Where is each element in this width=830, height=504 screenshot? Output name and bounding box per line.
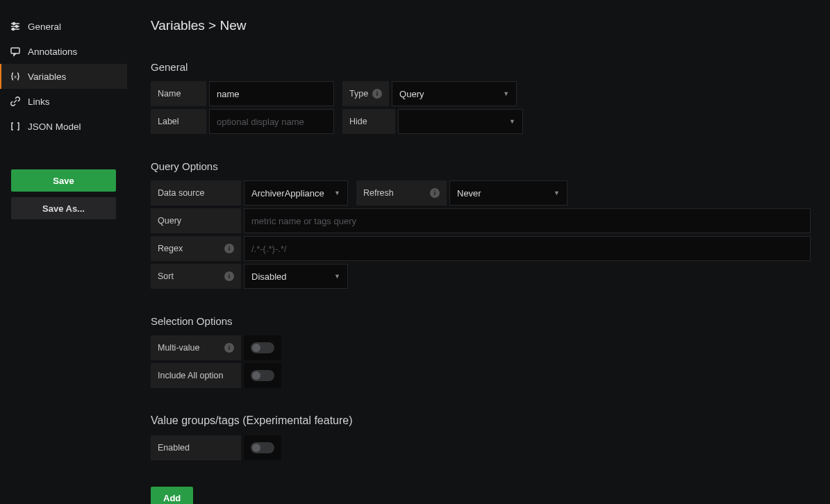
refresh-select[interactable]: Never ▼ — [449, 180, 567, 205]
enabled-toggle[interactable] — [251, 442, 274, 453]
multi-value-toggle[interactable] — [251, 342, 274, 353]
datasource-label: Data source — [151, 180, 241, 205]
save-as-button[interactable]: Save As... — [11, 197, 116, 219]
svg-point-1 — [13, 23, 15, 25]
name-input[interactable] — [209, 81, 334, 106]
sliders-icon — [10, 21, 21, 32]
save-button[interactable]: Save — [11, 169, 116, 192]
caret-down-icon: ▼ — [334, 190, 340, 196]
info-icon[interactable]: i — [372, 89, 382, 99]
sidebar-item-general[interactable]: General — [0, 14, 127, 39]
sidebar-item-label: Variables — [28, 72, 66, 82]
add-button[interactable]: Add — [151, 487, 193, 504]
label-input[interactable] — [209, 109, 334, 134]
query-label: Query — [151, 208, 241, 233]
sidebar-item-annotations[interactable]: Annotations — [0, 39, 127, 64]
page-title: Variables > New — [151, 18, 811, 33]
sidebar-item-label: Annotations — [28, 47, 77, 57]
section-heading-query-options: Query Options — [151, 160, 811, 172]
refresh-label: Refresh i — [356, 180, 447, 205]
general-section: General Name Type i Query ▼ Label Hide — [151, 61, 811, 134]
sidebar-item-label: Links — [28, 96, 50, 107]
sort-label: Sort i — [151, 264, 241, 289]
info-icon[interactable]: i — [430, 188, 440, 198]
sidebar-item-label: General — [28, 22, 61, 32]
regex-input[interactable] — [244, 236, 811, 261]
info-icon[interactable]: i — [224, 244, 234, 253]
sidebar-item-label: JSON Model — [28, 121, 81, 132]
multi-value-label: Multi-value i — [151, 335, 241, 360]
type-select[interactable]: Query ▼ — [392, 81, 517, 106]
settings-sidebar: General Annotations x Variables — [0, 0, 127, 504]
sidebar-item-links[interactable]: Links — [0, 89, 127, 114]
selection-options-section: Selection Options Multi-value i Include … — [151, 315, 811, 388]
main-content: Variables > New General Name Type i Quer… — [127, 0, 830, 504]
svg-text:x: x — [14, 74, 17, 80]
caret-down-icon: ▼ — [554, 190, 560, 196]
sort-select[interactable]: Disabled ▼ — [244, 264, 348, 289]
hide-select[interactable]: ▼ — [398, 109, 523, 134]
query-options-section: Query Options Data source ArchiverApplia… — [151, 160, 811, 289]
caret-down-icon: ▼ — [509, 118, 515, 125]
type-label: Type i — [342, 81, 389, 106]
brackets-icon — [10, 121, 21, 132]
section-heading-selection: Selection Options — [151, 315, 811, 327]
sidebar-item-json-model[interactable]: JSON Model — [0, 114, 127, 139]
value-groups-section: Value groups/tags (Experimental feature)… — [151, 414, 811, 460]
comment-icon — [10, 46, 21, 57]
include-all-toggle[interactable] — [251, 370, 274, 381]
include-all-label: Include All option — [151, 363, 241, 388]
caret-down-icon: ▼ — [334, 273, 340, 280]
name-label: Name — [151, 81, 206, 106]
svg-point-3 — [16, 26, 18, 28]
code-braces-icon: x — [10, 71, 21, 82]
section-heading-general: General — [151, 61, 811, 73]
section-heading-value-groups: Value groups/tags (Experimental feature) — [151, 414, 811, 427]
query-input[interactable] — [244, 208, 811, 233]
svg-rect-6 — [11, 48, 19, 53]
regex-label: Regex i — [151, 236, 241, 261]
caret-down-icon: ▼ — [503, 90, 509, 97]
datasource-select[interactable]: ArchiverAppliance ▼ — [244, 180, 348, 205]
hide-label: Hide — [342, 109, 395, 134]
sidebar-item-variables[interactable]: x Variables — [0, 64, 127, 89]
svg-point-5 — [13, 28, 15, 31]
info-icon[interactable]: i — [224, 271, 234, 281]
label-label: Label — [151, 109, 206, 134]
link-icon — [10, 96, 21, 107]
enabled-label: Enabled — [151, 435, 241, 460]
info-icon[interactable]: i — [224, 343, 234, 353]
